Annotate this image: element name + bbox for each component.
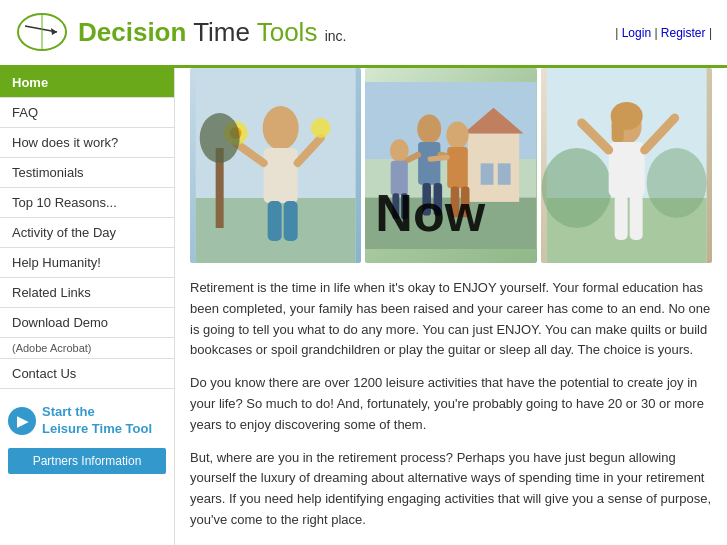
- sidebar-item-activity[interactable]: Activity of the Day: [0, 218, 174, 248]
- logo-inc: inc.: [325, 28, 347, 44]
- svg-rect-14: [284, 201, 298, 241]
- svg-rect-25: [418, 142, 440, 185]
- svg-point-6: [263, 106, 299, 150]
- hero-image-1: [190, 68, 361, 263]
- svg-rect-46: [608, 142, 644, 197]
- para-1: Retirement is the time in life when it's…: [190, 278, 712, 361]
- register-link[interactable]: Register: [661, 26, 706, 40]
- svg-rect-49: [614, 195, 627, 240]
- svg-point-12: [311, 118, 331, 138]
- logo-decision: Decision: [78, 17, 186, 47]
- logo-text: Decision Time Tools inc.: [78, 17, 346, 48]
- svg-point-30: [390, 139, 409, 161]
- svg-marker-2: [51, 28, 57, 35]
- svg-point-34: [447, 121, 469, 148]
- svg-line-38: [430, 157, 447, 159]
- svg-point-42: [646, 148, 706, 218]
- sidebar-item-testimonials[interactable]: Testimonials: [0, 158, 174, 188]
- hero-now-text: Now: [375, 183, 485, 243]
- svg-rect-13: [268, 201, 282, 241]
- hero-image-2: Now: [365, 68, 536, 263]
- svg-rect-45: [611, 114, 623, 142]
- svg-rect-7: [264, 148, 298, 203]
- auth-links: | Login | Register |: [615, 26, 712, 40]
- content-text: Retirement is the time in life when it's…: [190, 278, 712, 531]
- header: Decision Time Tools inc. | Login | Regis…: [0, 0, 727, 68]
- para-3: But, where are you in the retirement pro…: [190, 448, 712, 531]
- hero-images: Now: [190, 68, 712, 263]
- logo-tools: Tools: [257, 17, 318, 47]
- sidebar-item-top10[interactable]: Top 10 Reasons...: [0, 188, 174, 218]
- sidebar-item-download[interactable]: Download Demo: [0, 308, 174, 338]
- sidebar-item-home[interactable]: Home: [0, 68, 174, 98]
- main-layout: Home FAQ How does it work? Testimonials …: [0, 68, 727, 545]
- svg-rect-23: [498, 163, 511, 184]
- sidebar-item-help[interactable]: Help Humanity!: [0, 248, 174, 278]
- sidebar-item-faq[interactable]: FAQ: [0, 98, 174, 128]
- partners-button[interactable]: Partners Information: [8, 448, 166, 474]
- sidebar-item-links[interactable]: Related Links: [0, 278, 174, 308]
- logo-icon: [15, 10, 70, 55]
- svg-point-24: [418, 115, 442, 144]
- cta-arrow-icon: ▶: [8, 407, 36, 435]
- sidebar-item-how[interactable]: How does it work?: [0, 128, 174, 158]
- login-link[interactable]: Login: [622, 26, 651, 40]
- logo: Decision Time Tools inc.: [15, 10, 346, 55]
- main-content: Now: [175, 68, 727, 545]
- para-2: Do you know there are over 1200 leisure …: [190, 373, 712, 435]
- svg-rect-22: [481, 163, 494, 184]
- svg-point-16: [200, 113, 240, 163]
- svg-point-41: [541, 148, 611, 228]
- sidebar-item-acrobat[interactable]: (Adobe Acrobat): [0, 338, 174, 359]
- svg-rect-50: [629, 195, 642, 240]
- sidebar-item-contact[interactable]: Contact Us: [0, 359, 174, 389]
- sidebar-cta[interactable]: ▶ Start theLeisure Time Tool: [8, 404, 166, 438]
- cta-text: Start theLeisure Time Tool: [42, 404, 152, 438]
- sidebar: Home FAQ How does it work? Testimonials …: [0, 68, 175, 545]
- hero-image-3: [541, 68, 712, 263]
- logo-time: Time: [186, 17, 256, 47]
